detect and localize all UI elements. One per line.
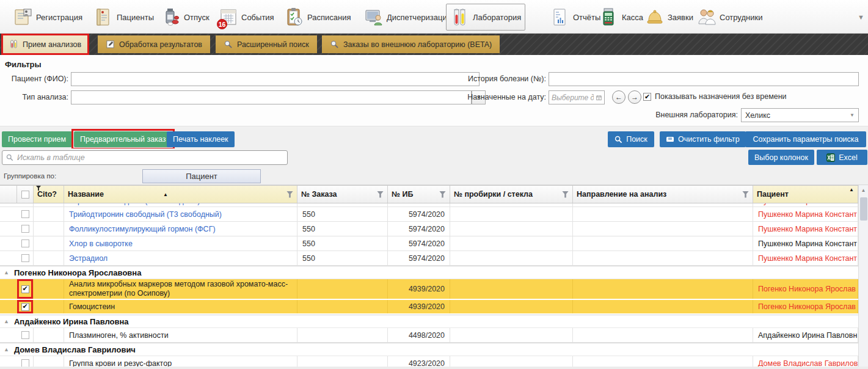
group-header-row[interactable]: ▲ Домев Владислав Гаврилович bbox=[0, 343, 858, 356]
cito-cell bbox=[34, 279, 64, 299]
row-checkbox[interactable] bbox=[21, 254, 29, 262]
tab-external-lab-orders[interactable]: Заказы во внешнюю лабораторию (BETA) bbox=[322, 35, 500, 53]
row-checkbox[interactable] bbox=[21, 331, 29, 339]
cash-register-icon bbox=[599, 7, 619, 27]
calendar-events-icon: 16 bbox=[219, 7, 238, 27]
nav-item-dispatch[interactable]: Диспетчеризация bbox=[360, 4, 455, 31]
nav-item-registration[interactable]: Регистрация bbox=[10, 4, 86, 31]
filter-funnel-icon[interactable] bbox=[562, 191, 569, 198]
nav-item-events[interactable]: 16 События bbox=[215, 4, 278, 31]
nav-item-cashdesk[interactable]: Касса bbox=[596, 4, 647, 31]
analysis-name-link[interactable]: Эстрадиол bbox=[64, 251, 297, 265]
group-patient-name: Домев Владислав Гаврилович bbox=[14, 345, 136, 354]
horizontal-scrollbar[interactable] bbox=[0, 367, 868, 369]
table-row[interactable]: Фолликулостимулирующий гормон (ФСГ) 550 … bbox=[0, 222, 858, 236]
nav-item-laboratory[interactable]: Лаборатория bbox=[446, 4, 525, 31]
case-no-cell: 4939/2020 bbox=[388, 300, 450, 313]
analysis-name-link[interactable]: Хлор в сыворотке bbox=[64, 236, 297, 250]
sort-asc-icon: ▲ bbox=[163, 192, 168, 197]
analysis-name-link[interactable]: Тироксин свободный (Т4 свободный) bbox=[69, 203, 200, 206]
group-header-row[interactable]: ▲ Погенко Никонора Ярославовна bbox=[0, 266, 858, 279]
assigned-date-label: Назначенные на дату: bbox=[467, 93, 546, 101]
grouping-chip-patient[interactable]: Пациент bbox=[142, 169, 261, 183]
table-search-input[interactable] bbox=[17, 153, 283, 162]
assigned-date-input[interactable]: Выберите дату bbox=[549, 90, 605, 104]
filter-funnel-icon[interactable] bbox=[742, 191, 749, 198]
row-checkbox[interactable] bbox=[21, 239, 29, 247]
check-icon: ✔ bbox=[644, 93, 650, 100]
cito-cell bbox=[34, 328, 64, 342]
table-row-selected[interactable]: ✔ Анализ микробных маркеров методом газо… bbox=[0, 279, 858, 300]
excel-icon bbox=[826, 153, 835, 162]
save-search-params-button[interactable]: Сохранить параметры поиска bbox=[745, 131, 866, 147]
order-no-cell: 550 bbox=[297, 222, 388, 236]
header-patient[interactable]: Пациент▲ bbox=[753, 186, 858, 203]
cito-cell bbox=[34, 222, 64, 236]
header-order-no[interactable]: № Заказа bbox=[297, 186, 388, 203]
show-no-time-checkbox[interactable]: ✔ bbox=[643, 93, 651, 101]
scrollbar-thumb[interactable] bbox=[860, 197, 867, 221]
tab-results-processing[interactable]: Обработка результатов bbox=[98, 35, 210, 53]
header-group-gutter bbox=[0, 186, 17, 203]
filter-funnel-icon[interactable] bbox=[439, 191, 446, 198]
analysis-name[interactable]: Плазминоген, % активности bbox=[64, 328, 297, 342]
next-date-button[interactable]: → bbox=[628, 90, 641, 104]
choose-columns-button[interactable]: Выбор колонок bbox=[748, 150, 814, 165]
row-checkbox[interactable] bbox=[21, 225, 29, 233]
monitor-person-icon bbox=[364, 7, 384, 27]
nav-item-requests[interactable]: Заявки bbox=[641, 4, 697, 31]
row-checkbox[interactable]: ✔ bbox=[21, 303, 29, 311]
clear-filter-button[interactable]: Очистить фильтр bbox=[660, 131, 746, 147]
table-row[interactable]: Плазминоген, % активности 4498/2020 Апда… bbox=[0, 328, 858, 343]
vertical-scrollbar[interactable]: ▲ bbox=[858, 185, 868, 367]
prev-date-button[interactable]: ← bbox=[612, 90, 625, 104]
calendar-icon[interactable] bbox=[596, 94, 602, 101]
nav-item-schedules[interactable]: Расписания bbox=[281, 4, 354, 31]
analysis-type-input[interactable] bbox=[71, 90, 472, 104]
case-history-input[interactable] bbox=[549, 72, 859, 86]
tab-analysis-reception[interactable]: Прием анализов bbox=[1, 34, 89, 55]
header-tube-no[interactable]: № пробирки / стекла bbox=[450, 186, 573, 203]
row-checkbox[interactable]: ✔ bbox=[21, 285, 29, 293]
header-case-no[interactable]: № ИБ bbox=[388, 186, 450, 203]
analysis-name-link[interactable]: Фолликулостимулирующий гормон (ФСГ) bbox=[64, 222, 297, 236]
header-referral[interactable]: Направление на анализ bbox=[573, 186, 753, 203]
table-row-selected[interactable]: ✔ Гомоцистеин 4939/2020 Погенко Никонора… bbox=[0, 300, 858, 315]
print-labels-button[interactable]: Печать наклеек bbox=[167, 131, 235, 147]
header-cito[interactable]: Cito? bbox=[34, 186, 64, 203]
analysis-name[interactable]: Анализ микробных маркеров методом газово… bbox=[64, 279, 297, 299]
group-collapse-icon[interactable]: ▲ bbox=[4, 269, 9, 276]
order-no-cell bbox=[297, 279, 388, 299]
patient-fio-input[interactable] bbox=[71, 72, 480, 86]
nav-label: Пациенты bbox=[117, 13, 154, 22]
search-button[interactable]: Поиск bbox=[608, 131, 654, 147]
tab-advanced-search[interactable]: Расширенный поиск bbox=[216, 35, 317, 53]
filter-funnel-icon[interactable] bbox=[286, 191, 293, 198]
table-search-box[interactable] bbox=[2, 150, 288, 165]
nav-item-patients[interactable]: Пациенты bbox=[90, 4, 158, 31]
table-row[interactable]: Эстрадиол 550 5974/2020 Пушкенко Марина … bbox=[0, 251, 858, 266]
nav-label: Сотрудники bbox=[720, 13, 762, 22]
receive-button[interactable]: Провести прием bbox=[2, 131, 72, 147]
analysis-name-link[interactable]: Трийодтиронин свободный (Т3 свободный) bbox=[64, 207, 297, 221]
magnifier-icon bbox=[330, 40, 339, 49]
nav-item-employees[interactable]: Сотрудники bbox=[693, 4, 766, 31]
nav-overflow-icon[interactable]: ▼ bbox=[858, 13, 864, 21]
action-buttons-band: Провести прием Предварительный заказ Печ… bbox=[0, 126, 868, 148]
group-collapse-icon[interactable]: ▲ bbox=[4, 346, 9, 353]
header-name[interactable]: Название▲ bbox=[64, 186, 297, 203]
preorder-button[interactable]: Предварительный заказ bbox=[74, 131, 172, 147]
select-all-checkbox[interactable] bbox=[21, 191, 29, 199]
nav-item-dispensing[interactable]: Отпуск bbox=[158, 4, 213, 31]
table-row[interactable]: Трийодтиронин свободный (Т3 свободный) 5… bbox=[0, 207, 858, 222]
analysis-name[interactable]: Гомоцистеин bbox=[64, 300, 297, 313]
referral-cell bbox=[573, 222, 753, 236]
group-header-row[interactable]: ▲ Апдайкенко Ирина Павловна bbox=[0, 315, 858, 328]
external-lab-select[interactable]: Хеликс ▼ bbox=[741, 108, 859, 122]
row-checkbox[interactable] bbox=[21, 210, 29, 218]
group-collapse-icon[interactable]: ▲ bbox=[4, 318, 9, 324]
table-row[interactable]: Хлор в сыворотке 550 5974/2020 Пушкенко … bbox=[0, 236, 858, 251]
filter-funnel-icon[interactable] bbox=[377, 191, 384, 198]
scroll-up-icon[interactable]: ▲ bbox=[859, 185, 868, 195]
excel-export-button[interactable]: Excel bbox=[817, 150, 867, 165]
